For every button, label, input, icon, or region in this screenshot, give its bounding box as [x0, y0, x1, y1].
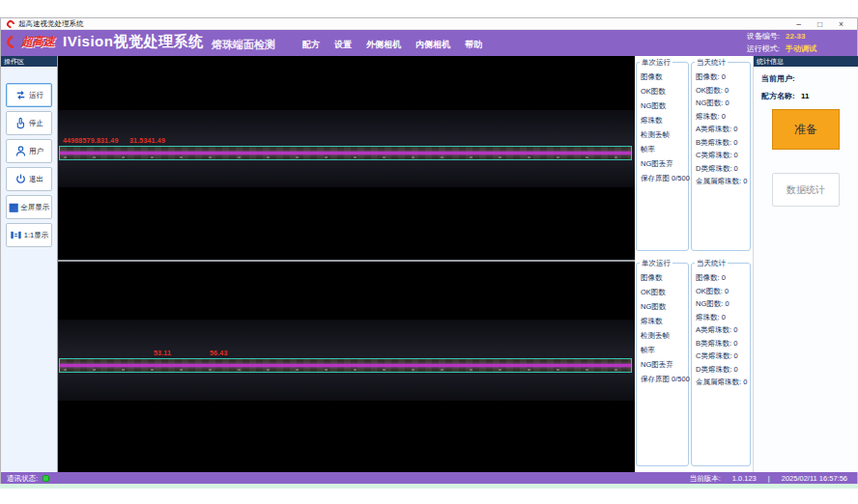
- fullscreen-button-label: 全屏显示: [20, 203, 49, 212]
- stat-row: B类熔珠数: 0: [696, 138, 750, 152]
- device-id-value: 22-33: [786, 31, 816, 42]
- weld-bead-strip: [59, 146, 632, 160]
- stat-row: 图像数: [641, 72, 688, 87]
- desktop-edge-strip: [0, 484, 858, 489]
- menu-item[interactable]: 配方: [302, 39, 320, 51]
- close-button[interactable]: ×: [839, 18, 844, 30]
- version-info: 当前版本: 1.0.123 | 2025/02/11 16:57:56: [690, 474, 851, 484]
- stat-row: 金属屑熔珠数: 0: [696, 378, 750, 391]
- data-statistics-button[interactable]: 数据统计: [772, 173, 840, 207]
- status-separator: |: [768, 474, 770, 483]
- app-window: 超高速视觉处理系统 – □ × 超高速 IVision视觉处理系统 熔珠端面检测…: [0, 17, 858, 484]
- device-id-label: 设备编号:: [747, 31, 780, 42]
- stat-row: 熔珠数: [641, 116, 688, 130]
- measurement-annotation: 44988579.831.49: [63, 137, 119, 144]
- daily-stats-title: 当天统计: [695, 59, 728, 67]
- stop-button-label: 停止: [29, 119, 43, 128]
- minimize-button[interactable]: –: [796, 18, 801, 30]
- user-button-label: 用户: [29, 147, 43, 156]
- window-titlebar: 超高速视觉处理系统 – □ ×: [1, 18, 857, 30]
- brand-logo: 超高速: [7, 34, 55, 50]
- brand-logo-text: 超高速: [21, 34, 55, 50]
- stat-row: 图像数: [641, 273, 688, 288]
- exit-button-label: 退出: [29, 175, 43, 184]
- daily-stats-rows: 图像数: 0OK图数: 0NG图数: 0熔珠数: 0A类熔珠数: 0B类熔珠数:…: [692, 63, 750, 190]
- app-header: 超高速 IVision视觉处理系统 熔珠端面检测 配方设置外侧相机内侧相机帮助 …: [1, 30, 857, 56]
- weld-bead-strip: [59, 358, 632, 373]
- measurement-annotation: 31.5341.49: [129, 137, 165, 144]
- run-button-label: 运行: [29, 91, 43, 100]
- menu-item[interactable]: 外侧相机: [366, 39, 401, 51]
- stat-row: 保存原图 0/500: [641, 174, 688, 188]
- one-to-one-button-label: 1:1显示: [24, 231, 48, 240]
- stat-row: 熔珠数: 0: [696, 112, 750, 126]
- single-run-title: 单次运行: [640, 59, 672, 67]
- stat-row: NG图数: 0: [696, 299, 750, 313]
- fullscreen-icon: ▩: [9, 202, 18, 212]
- stat-row: A类熔珠数: 0: [696, 325, 750, 339]
- stat-row: C类熔珠数: 0: [696, 151, 750, 164]
- stat-row: 熔珠数: 0: [696, 313, 750, 326]
- menu-item[interactable]: 帮助: [465, 39, 482, 51]
- stop-button[interactable]: 停止: [6, 111, 52, 135]
- prepare-button[interactable]: 准备: [772, 109, 840, 150]
- datetime-value: 2025/02/11 16:57:56: [782, 474, 847, 483]
- single-run-groupbox: 单次运行 图像数OK图数NG图数熔珠数检测丢帧帧率NG图丢弃保存原图 0/500: [636, 263, 689, 466]
- stat-row: NG图丢弃: [641, 159, 688, 174]
- window-title: 超高速视觉处理系统: [18, 19, 84, 29]
- stats-panel-outer: 单次运行 图像数OK图数NG图数熔珠数检测丢帧帧率NG图丢弃保存原图 0/500…: [635, 58, 753, 255]
- user-icon: [14, 145, 27, 157]
- stat-row: NG图数: [641, 302, 688, 317]
- logo-swoosh-icon: [4, 33, 21, 50]
- stat-row: 帧率: [641, 145, 688, 159]
- main-menu: 配方设置外侧相机内侧相机帮助: [302, 39, 482, 51]
- stat-row: 检测丢帧: [641, 331, 688, 346]
- fullscreen-button[interactable]: ▩ 全屏显示: [6, 195, 52, 219]
- run-mode-label: 运行模式:: [747, 43, 780, 55]
- single-run-title: 单次运行: [640, 260, 672, 267]
- app-title: IVision视觉处理系统: [63, 33, 203, 51]
- current-user-line: 当前用户:: [761, 73, 858, 84]
- stat-row: 保存原图 0/500: [641, 375, 688, 389]
- app-logo-icon: [5, 18, 15, 29]
- daily-stats-rows: 图像数: 0OK图数: 0NG图数: 0熔珠数: 0A类熔珠数: 0B类熔珠数:…: [692, 264, 750, 391]
- stats-panel-inner: 单次运行 图像数OK图数NG图数熔珠数检测丢帧帧率NG图丢弃保存原图 0/500…: [635, 259, 753, 470]
- comm-status-indicator: [43, 475, 49, 482]
- camera-viewport-inner: 53.11 56.43: [58, 262, 635, 472]
- stat-row: NG图丢弃: [641, 360, 688, 375]
- stat-row: OK图数: [641, 288, 688, 302]
- single-run-groupbox: 单次运行 图像数OK图数NG图数熔珠数检测丢帧帧率NG图丢弃保存原图 0/500: [636, 62, 689, 251]
- one-to-one-button[interactable]: 1:1显示: [6, 223, 52, 247]
- one-to-one-icon: [10, 229, 22, 241]
- stat-row: 金属屑熔珠数: 0: [696, 177, 750, 190]
- stat-row: 熔珠数: [641, 317, 688, 331]
- restore-button[interactable]: □: [817, 18, 822, 30]
- stat-row: 帧率: [641, 346, 688, 360]
- measurement-annotation: 53.11: [154, 350, 171, 356]
- stat-row: D类熔珠数: 0: [696, 164, 750, 178]
- comm-status-label: 通讯状态:: [7, 474, 38, 484]
- current-user-label: 当前用户:: [761, 74, 795, 83]
- run-button[interactable]: 运行: [6, 83, 52, 107]
- app-subtitle: 熔珠端面检测: [212, 38, 275, 52]
- stat-row: B类熔珠数: 0: [696, 339, 750, 352]
- sidebar-title: 操作区: [1, 56, 57, 67]
- main-area: 操作区 运行 停止: [1, 56, 857, 472]
- user-button[interactable]: 用户: [6, 139, 52, 163]
- single-run-rows: 图像数OK图数NG图数熔珠数检测丢帧帧率NG图丢弃保存原图 0/500: [637, 63, 688, 188]
- stat-row: A类熔珠数: 0: [696, 125, 750, 138]
- menu-item[interactable]: 内侧相机: [415, 39, 450, 51]
- stat-row: NG图数: [641, 101, 688, 116]
- stat-row: NG图数: 0: [696, 98, 750, 112]
- stat-row: OK图数: 0: [696, 287, 750, 300]
- version-label: 当前版本:: [690, 474, 721, 484]
- exit-button[interactable]: 退出: [6, 167, 52, 191]
- stat-row: C类熔珠数: 0: [696, 351, 750, 365]
- recipe-name-value: 11: [801, 92, 809, 100]
- single-run-rows: 图像数OK图数NG图数熔珠数检测丢帧帧率NG图丢弃保存原图 0/500: [637, 264, 688, 389]
- statistics-info-panel: 统计信息 当前用户: 配方名称: 11 准备 数据统计: [753, 56, 858, 472]
- menu-item[interactable]: 设置: [334, 39, 352, 51]
- stat-row: 图像数: 0: [696, 72, 750, 86]
- info-panel-title: 统计信息: [754, 56, 858, 67]
- version-value: 1.0.123: [732, 474, 757, 483]
